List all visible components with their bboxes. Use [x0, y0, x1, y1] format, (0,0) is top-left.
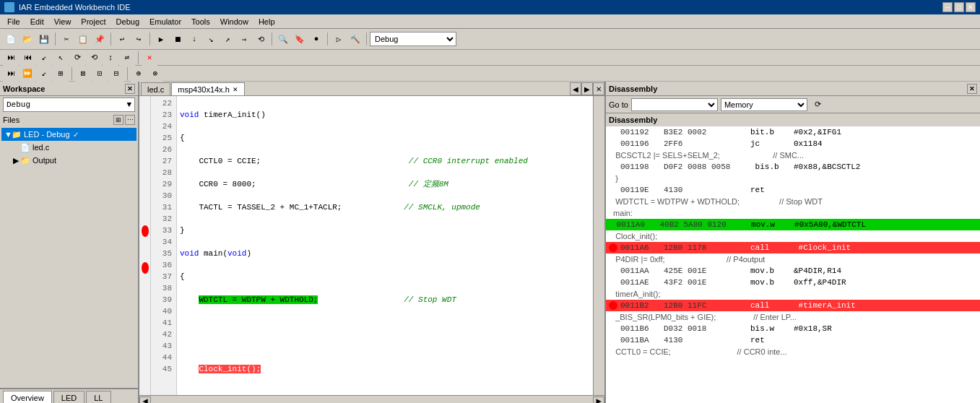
disasm-row-0011aa: 0011AA 425E 001E mov.b &P4DIR,R14: [606, 265, 980, 277]
tb3-btn2[interactable]: ⏩: [19, 66, 35, 82]
open-button[interactable]: 📂: [19, 31, 35, 47]
workspace-close-button[interactable]: ✕: [125, 84, 135, 94]
maximize-button[interactable]: □: [954, 2, 964, 12]
disasm-row-3: 001198 D0F2 0088 0058 bis.b #0x88,&BCSCT…: [606, 161, 980, 173]
disasm-comment-4: Clock_init();: [606, 230, 980, 242]
tb3-btn8[interactable]: ⊕: [131, 66, 147, 82]
tb3-btn4[interactable]: ⊞: [53, 66, 69, 82]
tb3-btn1[interactable]: ⏭: [3, 66, 19, 82]
code-line-24: CCTL0 = CCIE; // CCR0 interrupt enabled: [180, 155, 590, 167]
tb2-stop-btn[interactable]: ✕: [142, 50, 157, 66]
tab-led[interactable]: LED: [53, 391, 84, 403]
tab-overview[interactable]: Overview: [3, 391, 52, 403]
new-button[interactable]: 📄: [3, 31, 19, 47]
tb2-btn8[interactable]: ⇌: [119, 50, 135, 66]
save-button[interactable]: 💾: [36, 31, 52, 47]
tb2-btn2[interactable]: ⏮: [19, 50, 35, 66]
tree-item-project[interactable]: ▼ 📁 LED - Debug ✓: [1, 128, 136, 141]
debug-next-btn[interactable]: ⇒: [236, 31, 252, 47]
toolbar-target-dropdown[interactable]: Debug: [370, 32, 456, 46]
tab-msp430-close[interactable]: ✕: [233, 86, 238, 93]
menu-debug[interactable]: Debug: [112, 17, 144, 27]
menu-project[interactable]: Project: [77, 17, 110, 27]
project-check: ✓: [73, 131, 79, 139]
debug-step-out[interactable]: ↗: [220, 31, 235, 47]
breakpoint-button[interactable]: ●: [308, 31, 324, 47]
tb2-btn1[interactable]: ⏭: [3, 50, 19, 66]
tb3-btn9[interactable]: ⊗: [147, 66, 163, 82]
breakpoint-33[interactable]: [142, 225, 149, 237]
menu-edit[interactable]: Edit: [26, 17, 48, 27]
disasm-bp-2[interactable]: [609, 301, 617, 310]
close-button[interactable]: ✕: [966, 2, 976, 12]
files-filter-btn[interactable]: ⊞: [113, 115, 123, 125]
tb3-btn6[interactable]: ⊡: [92, 66, 108, 82]
debug-step-over[interactable]: ↓: [186, 31, 202, 47]
tb2-btn3[interactable]: ↙: [36, 50, 52, 66]
tab-msp430[interactable]: msp430x14x.h ✕: [171, 82, 245, 95]
toolbar-sep-1: [55, 32, 56, 46]
workspace-config-dropdown[interactable]: Debug ▼: [3, 98, 135, 112]
menu-window[interactable]: Window: [216, 17, 253, 27]
tab-ledc[interactable]: led.c: [141, 82, 170, 95]
breakpoint-36[interactable]: [142, 262, 149, 274]
tb3-btn5[interactable]: ⊠: [75, 66, 91, 82]
memory-dropdown[interactable]: Memory: [721, 98, 807, 111]
toolbar-area: 📄 📂 💾 ✂ 📋 📌 ↩ ↪ ▶ ⏹ ↓ ↘ ↗ ⇒ ⟲ 🔍 🔖 ● ▷ 🔨 …: [0, 29, 980, 50]
tb2-btn4[interactable]: ↖: [53, 50, 69, 66]
debug-go-button[interactable]: ▶: [153, 31, 169, 47]
disasm-close-btn[interactable]: ✕: [967, 84, 977, 94]
disasm-refresh-btn[interactable]: ⟳: [810, 97, 826, 113]
disasm-comment-7: _BIS_SR(LPM0_bits + GIE); // Enter LP...: [606, 311, 980, 323]
scroll-left-btn[interactable]: ◀: [139, 396, 151, 404]
bookmark-button[interactable]: 🔖: [292, 31, 308, 47]
toolbar-2: ⏭ ⏮ ↙ ↖ ⟳ ⟲ ↕ ⇌ ✕: [0, 50, 980, 66]
code-content[interactable]: void timerA_init() { CCTL0 = CCIE; // CC…: [177, 96, 593, 395]
tb3-btn7[interactable]: ⊟: [108, 66, 124, 82]
redo-button[interactable]: ↪: [131, 31, 147, 47]
undo-button[interactable]: ↩: [114, 31, 130, 47]
paste-button[interactable]: 📌: [92, 31, 108, 47]
tab-ll[interactable]: LL: [86, 391, 110, 403]
make-button[interactable]: 🔨: [347, 31, 363, 47]
tab-close-panel[interactable]: ✕: [593, 82, 604, 95]
goto-input[interactable]: [631, 98, 718, 111]
tb2-btn5[interactable]: ⟳: [69, 50, 85, 66]
scroll-right-btn[interactable]: ▶: [593, 396, 604, 404]
menu-bar: File Edit View Project Debug Emulator To…: [0, 14, 980, 29]
code-line-33: Clock_init();: [180, 363, 590, 375]
tree-item-output[interactable]: ▶ 📁 Output: [1, 154, 136, 167]
copy-button[interactable]: 📋: [75, 31, 91, 47]
tree-arrow-output: ▶: [13, 156, 20, 165]
debug-reset-btn[interactable]: ⟲: [253, 31, 269, 47]
editor-vertical-scrollbar[interactable]: [593, 96, 604, 395]
run-button[interactable]: ▷: [331, 31, 347, 47]
disassembly-panel-header: Disassembly ✕: [606, 82, 980, 96]
tab-scroll-right[interactable]: ▶: [581, 82, 593, 95]
window-controls[interactable]: ─ □ ✕: [942, 2, 976, 12]
tb2-btn7[interactable]: ↕: [103, 50, 118, 66]
project-label: LED - Debug: [24, 130, 70, 139]
menu-view[interactable]: View: [50, 17, 76, 27]
debug-step-into[interactable]: ↘: [203, 31, 219, 47]
minimize-button[interactable]: ─: [942, 2, 953, 12]
menu-file[interactable]: File: [3, 17, 25, 27]
menu-help[interactable]: Help: [254, 17, 279, 27]
tree-item-ledc[interactable]: 📄 led.c: [1, 141, 136, 154]
tb2-btn6[interactable]: ⟲: [86, 50, 102, 66]
disasm-bp-1[interactable]: [609, 243, 617, 252]
tb3-sep2: [127, 67, 128, 80]
debug-stop-button[interactable]: ⏹: [170, 31, 186, 47]
toolbar-3: ⏭ ⏩ ↙ ⊞ ⊠ ⊡ ⊟ ⊕ ⊗: [0, 66, 980, 82]
menu-emulator[interactable]: Emulator: [145, 17, 186, 27]
editor-horizontal-scrollbar[interactable]: ◀ ▶: [139, 395, 604, 403]
files-header-buttons: ⊞ ⋯: [113, 115, 135, 125]
code-line-31: [180, 317, 590, 329]
menu-tools[interactable]: Tools: [187, 17, 214, 27]
find-button[interactable]: 🔍: [275, 31, 291, 47]
tb3-btn3[interactable]: ↙: [36, 66, 52, 82]
disasm-row-1: 001192 B3E2 0002 bit.b #0x2,&IFG1: [606, 126, 980, 138]
cut-button[interactable]: ✂: [58, 31, 74, 47]
files-dots-btn[interactable]: ⋯: [125, 115, 135, 125]
tab-scroll-left[interactable]: ◀: [570, 82, 581, 95]
